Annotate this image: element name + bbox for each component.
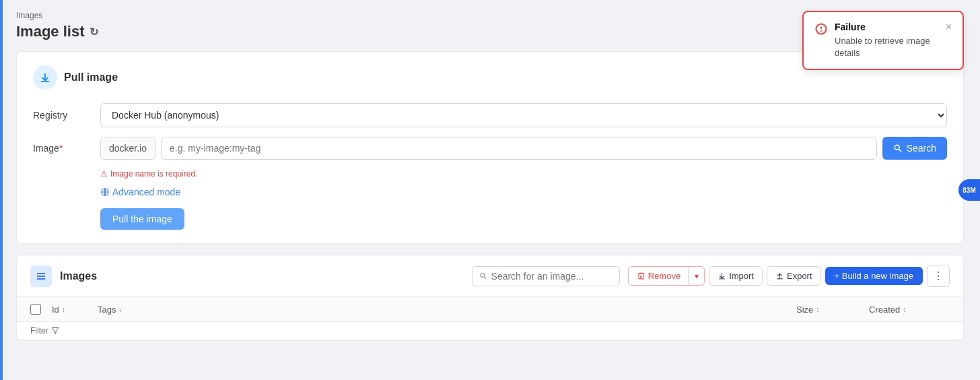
- registry-control: Docker Hub (anonymous): [100, 103, 947, 127]
- image-label: Image*: [33, 143, 100, 154]
- image-input-group: docker.io Search: [100, 137, 947, 160]
- warning-icon: ⚠: [100, 169, 108, 179]
- images-list-icon: [30, 265, 52, 287]
- image-prefix: docker.io: [100, 137, 155, 160]
- failure-toast: Failure Unable to retrieve image details…: [802, 11, 964, 70]
- page-title: Image list: [16, 23, 84, 40]
- created-sort-icon[interactable]: ↕: [903, 305, 907, 313]
- svg-point-11: [821, 31, 822, 32]
- pull-image-button[interactable]: Pull the image: [100, 208, 184, 230]
- image-search-input[interactable]: [491, 271, 612, 282]
- build-new-image-button[interactable]: + Build a new image: [825, 267, 923, 285]
- refresh-icon[interactable]: ↻: [90, 26, 98, 38]
- svg-line-7: [484, 277, 486, 279]
- required-star: *: [59, 143, 63, 154]
- image-input[interactable]: [161, 137, 877, 160]
- col-size-header: Size ↕: [796, 305, 864, 315]
- pull-icon: [33, 65, 57, 90]
- advanced-mode-link[interactable]: Advanced mode: [100, 187, 947, 197]
- search-button[interactable]: Search: [882, 137, 947, 160]
- images-card-header: Images Remove ▾: [17, 255, 963, 297]
- import-icon: [718, 272, 726, 280]
- export-button[interactable]: Export: [767, 266, 821, 286]
- table-header: Id ↕ Tags ↓ Size ↕ Created ↕: [17, 297, 963, 322]
- page-container: Images Image list ↻ Pull image Registry …: [0, 0, 980, 380]
- svg-line-1: [899, 150, 901, 152]
- registry-row: Registry Docker Hub (anonymous): [33, 103, 947, 127]
- export-icon: [775, 272, 784, 280]
- search-box-icon: [479, 272, 487, 280]
- tags-sort-icon[interactable]: ↓: [118, 305, 123, 313]
- image-row: Image* docker.io Search: [33, 137, 947, 160]
- id-sort-icon[interactable]: ↕: [62, 305, 66, 313]
- filter-row: Filter: [17, 322, 963, 340]
- remove-button[interactable]: Remove: [628, 266, 689, 286]
- col-tags-header: Tags ↓: [98, 305, 791, 315]
- search-btn-icon: [893, 144, 903, 153]
- failure-title: Failure: [835, 22, 936, 32]
- select-all-checkbox[interactable]: [30, 304, 41, 315]
- trash-icon: [637, 272, 645, 280]
- failure-message: Unable to retrieve image details: [835, 35, 936, 59]
- col-id-header: Id ↕: [52, 305, 92, 315]
- registry-label: Registry: [33, 110, 100, 121]
- globe-icon: [100, 187, 110, 197]
- image-search-box: [472, 266, 620, 286]
- failure-content: Failure Unable to retrieve image details: [835, 22, 936, 59]
- filter-icon[interactable]: [51, 327, 59, 335]
- more-options-button[interactable]: ⋮: [927, 265, 950, 287]
- pull-image-title: Pull image: [64, 71, 118, 84]
- import-button[interactable]: Import: [709, 266, 763, 286]
- svg-marker-8: [52, 328, 59, 334]
- registry-select[interactable]: Docker Hub (anonymous): [100, 103, 947, 127]
- size-sort-icon[interactable]: ↕: [816, 305, 820, 313]
- images-section-title: Images: [60, 270, 464, 282]
- action-buttons: Remove ▾ Import Export: [628, 265, 950, 287]
- images-card: Images Remove ▾: [16, 255, 964, 341]
- svg-point-6: [481, 274, 485, 278]
- col-created-header: Created ↕: [869, 305, 950, 315]
- failure-close-button[interactable]: ×: [946, 22, 952, 32]
- user-avatar[interactable]: 83M: [958, 179, 980, 201]
- validation-error: ⚠ Image name is required.: [100, 169, 947, 179]
- pull-image-card: Pull image Registry Docker Hub (anonymou…: [16, 51, 964, 244]
- remove-button-group: Remove ▾: [628, 266, 705, 286]
- remove-dropdown-button[interactable]: ▾: [689, 266, 705, 286]
- svg-point-0: [895, 145, 899, 150]
- failure-error-icon: [814, 22, 828, 39]
